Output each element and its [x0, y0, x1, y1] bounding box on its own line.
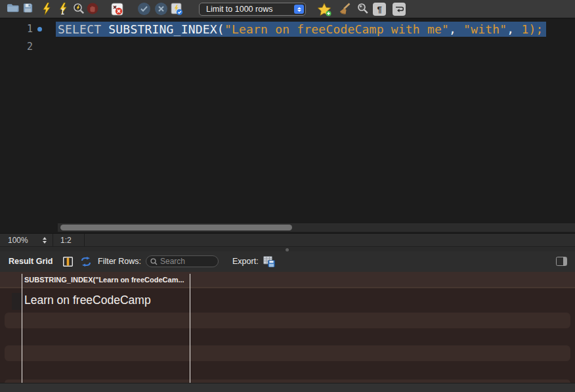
panel-splitter[interactable]: [0, 246, 575, 251]
search-input[interactable]: [160, 257, 214, 266]
result-grid: SUBSTRING_INDEX("Learn on freeCodeCam...…: [0, 272, 575, 383]
statusbar-divider: [84, 234, 85, 247]
grid-columns-icon[interactable]: [63, 257, 73, 267]
show-invisibles-icon[interactable]: ¶: [373, 3, 386, 16]
column-divider[interactable]: [22, 274, 22, 383]
refresh-icon[interactable]: [81, 257, 91, 267]
result-grid-toolbar: Result Grid Filter Rows:: [0, 251, 575, 272]
grid-row-empty[interactable]: [5, 345, 570, 361]
code-token-plain: SUBSTRING_INDEX(: [101, 22, 224, 36]
filter-rows-label: Filter Rows:: [98, 251, 141, 272]
editor-line-1: 1 SELECT SUBSTRING_INDEX("Learn on freeC…: [0, 20, 575, 38]
open-file-icon[interactable]: [7, 3, 19, 13]
execute-current-icon[interactable]: [58, 3, 68, 15]
statement-marker-icon: [37, 27, 42, 32]
dropdown-stepper-icon: [294, 5, 304, 14]
row-selector-marker[interactable]: [12, 293, 22, 310]
toggle-stop-on-error-icon[interactable]: [111, 3, 123, 16]
save-icon[interactable]: [23, 3, 33, 13]
result-grid-title: Result Grid: [9, 251, 53, 272]
toggle-autocommit-icon[interactable]: [171, 3, 183, 16]
beautify-icon[interactable]: [337, 3, 351, 16]
editor-statusbar: 100% 1:2: [0, 233, 575, 246]
column-header[interactable]: SUBSTRING_INDEX("Learn on freeCodeCam...: [24, 272, 184, 288]
code-token-number: 1);: [521, 22, 543, 36]
execute-all-icon[interactable]: [42, 3, 51, 15]
code-token-keyword: SELECT: [58, 22, 101, 36]
zoom-stepper-icon[interactable]: [41, 236, 49, 245]
code-token-string: "with": [463, 22, 507, 36]
new-snippet-icon[interactable]: [317, 3, 332, 16]
code-token-plain: ,: [449, 22, 463, 36]
zoom-level: 100%: [8, 234, 28, 247]
stop-icon[interactable]: [87, 3, 98, 14]
code-line[interactable]: SELECT SUBSTRING_INDEX("Learn on freeCod…: [56, 22, 546, 37]
find-icon[interactable]: [357, 3, 369, 14]
code-token-string: "Learn on freeCodeCamp with me": [224, 22, 449, 36]
column-divider[interactable]: [190, 274, 190, 383]
statusbar-divider: [53, 234, 53, 247]
cursor-position: 1:2: [60, 234, 72, 247]
commit-icon[interactable]: [138, 3, 150, 15]
code-token-plain: ,: [507, 22, 521, 36]
export-label: Export:: [232, 251, 259, 272]
grid-horizontal-scrollbar[interactable]: [0, 383, 575, 392]
query-toolbar: Limit to 1000 rows: [0, 0, 575, 18]
filter-search-box[interactable]: [146, 255, 219, 267]
toggle-wrap-icon[interactable]: [393, 3, 406, 16]
mysql-workbench-query-window: Limit to 1000 rows: [0, 0, 575, 392]
search-icon: [150, 258, 158, 265]
rollback-icon[interactable]: [155, 3, 167, 15]
line-number-1: 1: [0, 20, 33, 38]
limit-rows-dropdown[interactable]: Limit to 1000 rows: [199, 3, 306, 16]
grid-body: Learn on freeCodeCamp: [0, 290, 575, 383]
editor-scrollbar-thumb[interactable]: [60, 225, 292, 230]
panel-toggle-icon[interactable]: [556, 257, 567, 266]
grid-header-row[interactable]: SUBSTRING_INDEX("Learn on freeCodeCam...: [0, 272, 575, 288]
explain-plan-icon[interactable]: [73, 3, 85, 15]
grid-row-empty[interactable]: [5, 313, 570, 328]
limit-rows-value: Limit to 1000 rows: [206, 5, 272, 14]
line-number-2: 2: [0, 38, 33, 56]
editor-horizontal-scrollbar[interactable]: [58, 223, 575, 232]
editor-line-2: 2: [0, 38, 575, 56]
result-cell-value[interactable]: Learn on freeCodeCamp: [24, 290, 151, 312]
sql-editor[interactable]: 1 SELECT SUBSTRING_INDEX("Learn on freeC…: [0, 18, 575, 233]
export-recordset-icon[interactable]: [263, 256, 275, 267]
